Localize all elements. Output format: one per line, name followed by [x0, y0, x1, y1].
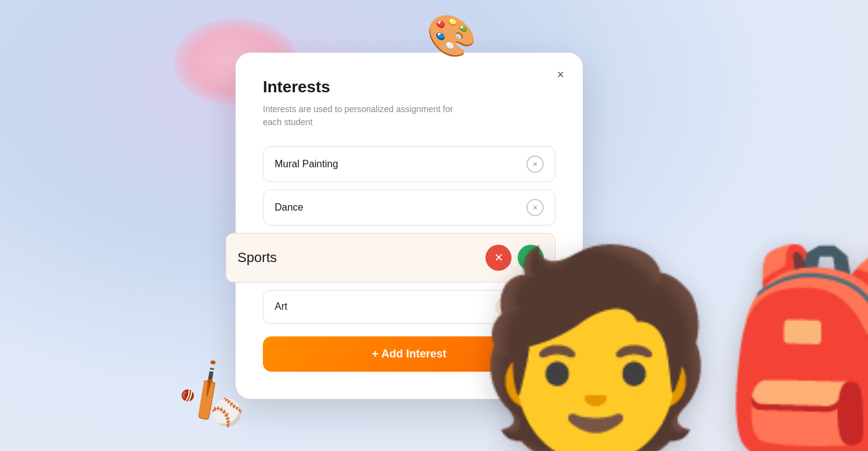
- dialog-title: Interests: [263, 77, 556, 97]
- dialog-description: Interests are used to personalized assig…: [263, 103, 474, 129]
- remove-dance-button[interactable]: ×: [526, 199, 544, 216]
- student-character: 🧑‍🎒: [472, 253, 868, 451]
- dialog-wrapper: × Interests Interests are used to person…: [0, 0, 868, 451]
- close-button[interactable]: ×: [551, 65, 570, 85]
- interest-label-art: Art: [275, 301, 495, 312]
- interest-item-dance: Dance ×: [263, 190, 556, 226]
- interest-label-mural-painting: Mural Painting: [275, 159, 526, 170]
- interest-label-dance: Dance: [275, 202, 526, 213]
- interest-item-mural-painting: Mural Painting ×: [263, 146, 556, 182]
- character-illustration: 🧑‍🎒: [620, 0, 818, 451]
- remove-mural-painting-button[interactable]: ×: [526, 155, 544, 173]
- interest-label-sports: Sports: [237, 250, 479, 266]
